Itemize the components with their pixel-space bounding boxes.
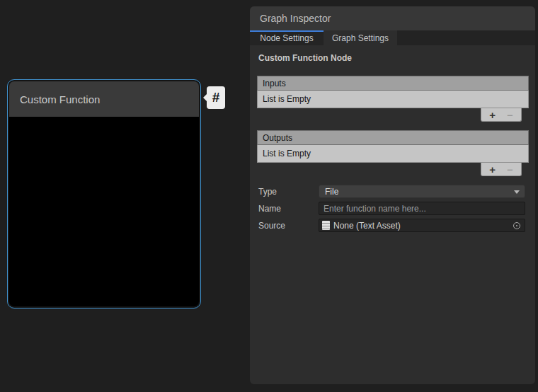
outputs-list-header: Outputs (257, 130, 529, 145)
outputs-remove-button[interactable]: − (505, 164, 515, 175)
tab-graph-settings[interactable]: Graph Settings (324, 30, 397, 45)
inputs-list-header: Inputs (257, 76, 529, 91)
custom-function-node[interactable]: Custom Function (7, 79, 201, 309)
inputs-add-button[interactable]: + (488, 110, 497, 120)
function-name-input[interactable] (319, 202, 525, 215)
name-label: Name (258, 204, 319, 214)
inputs-remove-button[interactable]: − (505, 110, 515, 120)
outputs-list-footer: + − (481, 163, 522, 176)
hash-badge: # (207, 86, 225, 109)
outputs-list: Outputs List is Empty + − (257, 130, 529, 176)
source-label: Source (258, 221, 319, 231)
panel-title: Graph Inspector (260, 13, 331, 24)
tab-node-settings[interactable]: Node Settings (250, 30, 324, 45)
inspector-tab-row: Node Settings Graph Settings (250, 30, 535, 45)
panel-title-bar: Graph Inspector (250, 6, 535, 30)
source-row: Source None (Text Asset) (258, 219, 525, 232)
inputs-list-footer: + − (481, 108, 522, 122)
node-title: Custom Function (20, 93, 100, 105)
outputs-list-empty-row: List is Empty (257, 145, 529, 163)
hash-icon: # (212, 90, 220, 105)
type-label: Type (258, 187, 319, 197)
inputs-list-empty-row: List is Empty (257, 91, 529, 108)
section-title: Custom Function Node (258, 53, 352, 63)
type-dropdown[interactable]: File (319, 185, 525, 198)
type-row: Type File (258, 185, 525, 198)
chevron-down-icon (514, 190, 520, 194)
source-object-field[interactable]: None (Text Asset) (319, 219, 525, 232)
outputs-add-button[interactable]: + (488, 164, 497, 175)
name-row: Name (258, 202, 525, 215)
graph-inspector-panel: Graph Inspector Node Settings Graph Sett… (250, 6, 535, 384)
node-preview (9, 117, 199, 306)
inputs-list: Inputs List is Empty + − (257, 76, 529, 122)
type-dropdown-value: File (325, 187, 338, 197)
node-title-bar[interactable]: Custom Function (9, 81, 199, 117)
object-picker-icon[interactable] (513, 222, 520, 229)
text-asset-icon (322, 221, 330, 230)
source-object-value: None (Text Asset) (333, 221, 401, 231)
